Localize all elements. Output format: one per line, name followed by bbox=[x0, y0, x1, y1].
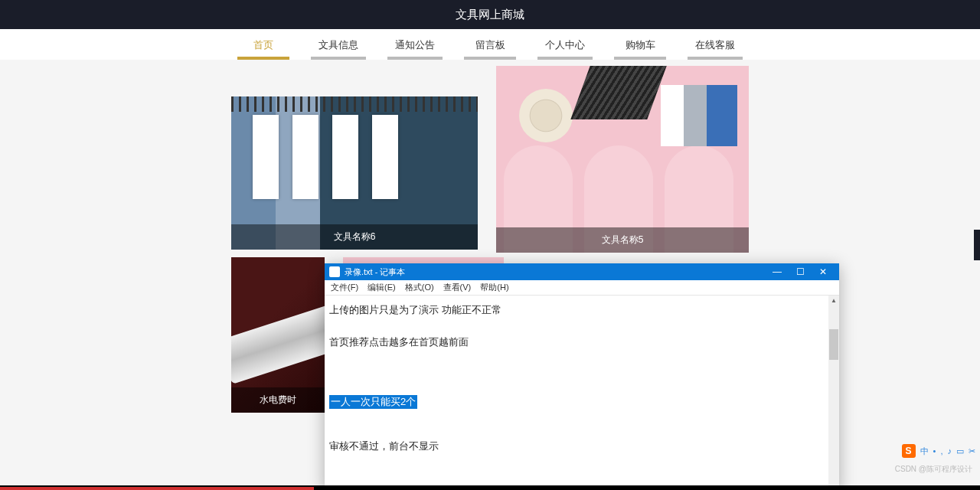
main-nav: 首页 文具信息 通知公告 留言板 个人中心 购物车 在线客服 bbox=[0, 29, 980, 60]
sogou-ime-icon[interactable]: S bbox=[902, 444, 916, 458]
selected-text: 一人一次只能买2个 bbox=[329, 395, 417, 409]
side-indicator bbox=[974, 230, 980, 260]
ime-comma-icon[interactable]: , bbox=[940, 446, 942, 456]
product-card-6[interactable]: 文具名称6 bbox=[231, 96, 478, 250]
product-caption: 文具名称6 bbox=[231, 224, 478, 250]
csdn-watermark: CSDN @陈可程序设计 bbox=[895, 464, 972, 475]
minimize-button[interactable]: — bbox=[766, 266, 789, 277]
scroll-up-icon[interactable]: ▲ bbox=[830, 297, 838, 305]
nav-message-board[interactable]: 留言板 bbox=[464, 32, 516, 60]
nav-cart[interactable]: 购物车 bbox=[614, 32, 666, 60]
ime-keyboard-icon[interactable]: ▭ bbox=[956, 446, 964, 456]
nav-personal-center[interactable]: 个人中心 bbox=[537, 32, 593, 60]
ime-toolbar: S 中 • , ♪ ▭ ✂ bbox=[897, 443, 980, 459]
nav-home[interactable]: 首页 bbox=[237, 32, 289, 60]
text-line-selected: 一人一次只能买2个 bbox=[329, 395, 835, 409]
nav-customer-service[interactable]: 在线客服 bbox=[688, 32, 743, 60]
product-grid: 文具名称6 文具名称5 bbox=[0, 60, 980, 253]
menu-help[interactable]: 帮助(H) bbox=[480, 282, 508, 293]
text-line: 上传的图片只是为了演示 功能正不正常 bbox=[329, 303, 835, 317]
scroll-thumb[interactable] bbox=[829, 329, 838, 360]
ime-lang-toggle[interactable]: 中 bbox=[920, 446, 929, 457]
product-card-3[interactable]: 水电费时 bbox=[231, 257, 325, 413]
top-header: 文具网上商城 bbox=[0, 0, 980, 29]
nav-announcements[interactable]: 通知公告 bbox=[387, 32, 443, 60]
notepad-titlebar[interactable]: 录像.txt - 记事本 — ☐ ✕ bbox=[325, 263, 839, 280]
maximize-button[interactable]: ☐ bbox=[789, 266, 812, 277]
menu-file[interactable]: 文件(F) bbox=[331, 282, 358, 293]
ime-audio-icon[interactable]: ♪ bbox=[948, 446, 952, 456]
notepad-app-icon bbox=[329, 266, 340, 277]
ime-punct-icon[interactable]: • bbox=[933, 446, 936, 456]
notepad-text-area[interactable]: 上传的图片只是为了演示 功能正不正常 首页推荐点击越多在首页越前面 一人一次只能… bbox=[325, 296, 839, 490]
video-progress[interactable] bbox=[0, 487, 314, 490]
product-card-5[interactable]: 文具名称5 bbox=[496, 66, 749, 253]
notepad-title-text: 录像.txt - 记事本 bbox=[345, 266, 766, 278]
ime-tool-icon[interactable]: ✂ bbox=[969, 446, 975, 456]
product-caption: 水电费时 bbox=[231, 387, 325, 413]
product-caption: 文具名称5 bbox=[496, 227, 749, 253]
text-line: 审核不通过，前台不显示 bbox=[329, 439, 835, 453]
menu-format[interactable]: 格式(O) bbox=[405, 282, 434, 293]
site-title: 文具网上商城 bbox=[456, 8, 524, 22]
scrollbar-vertical[interactable]: ▲ bbox=[828, 296, 839, 490]
nav-stationery-info[interactable]: 文具信息 bbox=[311, 32, 366, 60]
notepad-window: 录像.txt - 记事本 — ☐ ✕ 文件(F) 编辑(E) 格式(O) 查看(… bbox=[325, 263, 839, 490]
menu-edit[interactable]: 编辑(E) bbox=[368, 282, 396, 293]
close-button[interactable]: ✕ bbox=[812, 266, 835, 277]
notepad-menubar: 文件(F) 编辑(E) 格式(O) 查看(V) 帮助(H) bbox=[325, 280, 839, 296]
menu-view[interactable]: 查看(V) bbox=[443, 282, 472, 293]
text-line: 首页推荐点击越多在首页越前面 bbox=[329, 335, 835, 349]
